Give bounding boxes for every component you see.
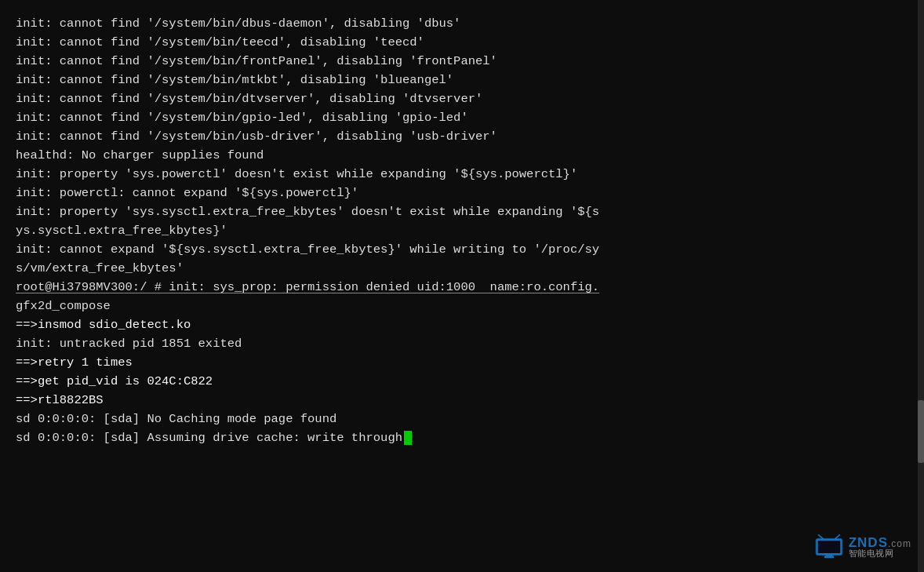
watermark-tv-icon <box>814 534 844 559</box>
svg-rect-1 <box>817 541 839 553</box>
terminal-line: sd 0:0:0:0: [sda] No Caching mode page f… <box>16 410 908 428</box>
terminal-line: healthd: No charger supplies found <box>16 146 908 165</box>
terminal-cursor <box>404 431 412 445</box>
terminal-line: init: property 'sys.sysctl.extra_free_kb… <box>16 202 908 240</box>
svg-rect-3 <box>825 555 832 557</box>
terminal-line: sd 0:0:0:0: [sda] Assuming drive cache: … <box>16 428 402 447</box>
terminal-line: init: cannot find '/system/bin/usb-drive… <box>16 127 908 146</box>
terminal-line: init: cannot expand '${sys.sysctl.extra_… <box>16 240 908 278</box>
terminal-line: ==>insmod sdio_detect.ko <box>16 315 908 334</box>
screen-container: init: cannot find '/system/bin/dbus-daem… <box>0 0 924 572</box>
terminal-line: ==>rtl8822BS <box>16 391 908 410</box>
terminal-line: ==>get pid_vid is 024C:C822 <box>16 372 908 391</box>
watermark-text-block: ZNDS.com 智能电视网 <box>849 536 911 558</box>
terminal-line: init: cannot find '/system/bin/gpio-led'… <box>16 108 908 127</box>
terminal-line: init: cannot find '/system/bin/mtkbt', d… <box>16 71 908 89</box>
terminal-line: init: untracked pid 1851 exited <box>16 334 908 353</box>
terminal-line: init: cannot find '/system/bin/teecd', d… <box>16 33 908 52</box>
terminal-line: init: property 'sys.powerctl' doesn't ex… <box>16 165 908 184</box>
cursor-line: sd 0:0:0:0: [sda] Assuming drive cache: … <box>16 428 908 447</box>
scrollbar[interactable] <box>918 0 924 572</box>
watermark-chinese-label: 智能电视网 <box>849 549 911 558</box>
terminal-line: ==>retry 1 times <box>16 353 908 372</box>
terminal-line: init: cannot find '/system/bin/dbus-daem… <box>16 14 908 33</box>
svg-line-4 <box>818 535 822 538</box>
terminal-line: root@Hi3798MV300:/ # init: sys_prop: per… <box>16 278 908 315</box>
terminal-line: init: cannot find '/system/bin/dtvserver… <box>16 89 908 108</box>
terminal-line: init: powerctl: cannot expand '${sys.pow… <box>16 184 908 202</box>
watermark-brand-label: ZNDS.com <box>849 536 911 549</box>
underline-segment: root@Hi3798MV300:/ # init: sys_prop: per… <box>16 280 599 294</box>
terminal-window: init: cannot find '/system/bin/dbus-daem… <box>0 0 924 572</box>
scrollbar-thumb[interactable] <box>918 400 924 463</box>
watermark: ZNDS.com 智能电视网 <box>814 534 911 559</box>
terminal-line: init: cannot find '/system/bin/frontPane… <box>16 52 908 71</box>
svg-line-5 <box>835 535 839 538</box>
